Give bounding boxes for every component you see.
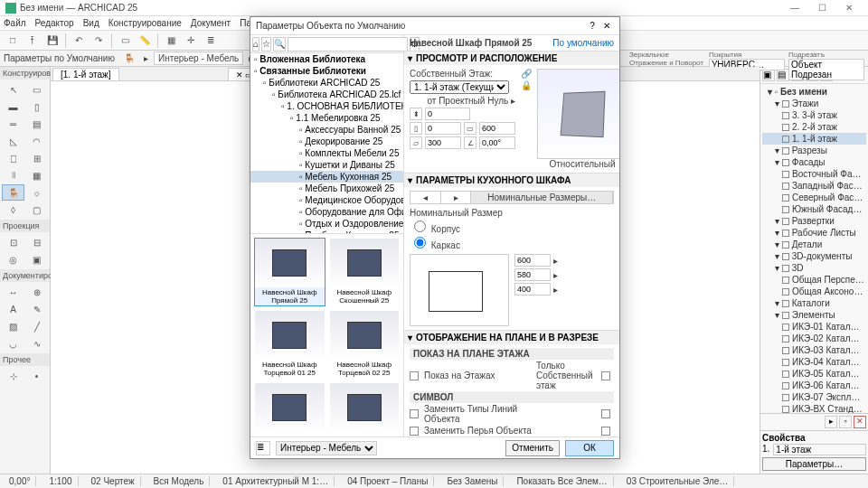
tree-item[interactable]: Южный Фасад (Автоматически Пер (762, 203, 866, 215)
new-icon[interactable]: □ (4, 33, 22, 49)
save-icon[interactable]: 💾 (43, 33, 61, 49)
nav-copy-button[interactable]: ▫ (839, 416, 852, 428)
tree-group[interactable]: ▾ Рабочие Листы (762, 227, 866, 239)
library-tree-item[interactable]: ▫ Медицинское Оборудование 25 (250, 194, 403, 206)
section-tool[interactable]: ⊡ (2, 234, 24, 250)
menu-design[interactable]: Конструирование (108, 18, 182, 28)
scale-slot[interactable]: 1:100 (43, 476, 78, 486)
tree-group[interactable]: ▾ Развертки (762, 215, 866, 227)
fill-tool[interactable]: ▨ (2, 318, 24, 334)
properties-button[interactable]: Параметры… (762, 457, 866, 471)
radio-frame[interactable]: Каркас (410, 240, 460, 250)
crop-field[interactable]: Объект Подрезан (788, 59, 864, 80)
library-tree-item[interactable]: ▫ Отдых и Оздоровление 25 (250, 218, 403, 230)
dim-w-input[interactable] (514, 254, 551, 267)
library-tree-item[interactable]: ▫ Связанные Библиотеки (250, 65, 403, 77)
z-input[interactable] (425, 108, 470, 120)
grid-icon[interactable]: ▦ (162, 33, 180, 49)
tree-item[interactable]: ИКЭ-ВХ Стандартный Каталог BIM (762, 403, 866, 413)
penset-slot[interactable]: 02 Чертеж (86, 476, 141, 486)
angle-input[interactable] (479, 136, 515, 149)
radio-body[interactable]: Корпус (410, 224, 460, 234)
slab-tool[interactable]: ▤ (25, 116, 48, 132)
minimize-button[interactable]: — (781, 3, 808, 13)
layer-field[interactable]: Интерьер - Мебель (154, 52, 243, 65)
show-slot[interactable]: Показать Все Элем… (511, 476, 613, 486)
library-tree-item[interactable]: ▫ Библиотека ARCHICAD 25.lcf (250, 89, 403, 100)
param-next-tab[interactable]: ▸ (441, 192, 472, 203)
param-tab-nominal[interactable]: Номинальные Размеры… (471, 192, 613, 203)
menu-edit[interactable]: Редактор (35, 18, 74, 28)
tree-group[interactable]: ▾ Фасады (762, 156, 866, 168)
measure-icon[interactable]: 📏 (136, 33, 154, 49)
dimension-tool[interactable]: ↔ (2, 284, 24, 300)
detail-tool[interactable]: ◎ (2, 251, 24, 267)
menu-view[interactable]: Вид (83, 18, 99, 28)
wall-tool[interactable]: ▬ (2, 99, 24, 115)
layers-icon[interactable]: ≣ (202, 33, 220, 49)
menu-file[interactable]: Файл (4, 18, 26, 28)
morph-tool[interactable]: ◊ (2, 202, 24, 218)
preview-3d[interactable] (537, 69, 619, 159)
library-thumbnail[interactable]: Навесной Шкаф Прямой 25 (254, 238, 326, 306)
angle-slot[interactable]: 0,00° (4, 476, 36, 486)
nav-delete-button[interactable]: ✕ (854, 416, 866, 428)
tree-item[interactable]: ИКЭ-06 Каталог Элементов (762, 380, 866, 391)
select-icon[interactable]: ▭ (116, 33, 134, 49)
search-icon[interactable]: 🔍 (273, 37, 286, 52)
section-preview-header[interactable]: ПРОСМОТР И РАСПОЛОЖЕНИЕ (416, 53, 557, 63)
library-tree[interactable]: ▫ Вложенная Библиотека▫ Связанные Библио… (250, 53, 403, 234)
elevation-tool[interactable]: ⊟ (25, 234, 48, 250)
library-tree-item[interactable]: ▫ Оборудование для Офиса 25 (250, 206, 403, 218)
library-tree-item[interactable]: ▫ Аксессуары Ванной 25 (250, 124, 403, 136)
param-prev-tab[interactable]: ◂ (410, 192, 441, 203)
ok-button[interactable]: ОК (565, 440, 614, 456)
mesh-tool[interactable]: ▦ (25, 167, 48, 183)
lock-icon[interactable]: 🔒 (521, 80, 532, 90)
library-thumbnail[interactable] (329, 382, 401, 435)
library-thumbnail[interactable]: Навесной Шкаф Скошенный 25 (329, 238, 401, 306)
tree-group[interactable]: ▾ Элементы (762, 309, 866, 321)
open-icon[interactable]: ⭱ (24, 33, 42, 49)
story-field[interactable]: 1-й этаж (773, 444, 866, 455)
layer-icon[interactable]: ≣ (256, 441, 270, 455)
level-tool[interactable]: ⊕ (25, 284, 48, 300)
library-tree-item[interactable]: ▫ 1.1 Мебелировка 25 (250, 112, 403, 124)
library-tree-item[interactable]: ▫ Комплекты Мебели 25 (250, 147, 403, 159)
object-tool[interactable]: 🪑 (2, 184, 24, 201)
tree-item[interactable]: ИКЭ-01 Каталог Стен (762, 321, 866, 333)
project-slot[interactable]: 04 Проект – Планы (342, 476, 434, 486)
undo-icon[interactable]: ↶ (70, 33, 88, 49)
tree-item[interactable]: 2. 2-й этаж (762, 121, 866, 133)
library-tree-item[interactable]: ▫ Библиотеки ARCHICAD 25 (250, 77, 403, 89)
door-tool[interactable]: ⎕ (2, 150, 24, 166)
worksheet-tool[interactable]: ▣ (25, 251, 48, 267)
zone-tool[interactable]: ▢ (25, 202, 48, 218)
nav-project-icon[interactable]: ▣ (762, 69, 775, 81)
line-tool[interactable]: ╱ (25, 318, 48, 334)
tree-item[interactable]: Общая Аксонометрия (762, 286, 866, 297)
library-thumbnail[interactable]: Навесной Шкаф Торцевой 01 25 (254, 310, 326, 379)
dim-d-input[interactable] (514, 283, 551, 296)
tree-group[interactable]: ▾ Этажи (762, 98, 866, 109)
tree-item[interactable]: 1. 1-й этаж (762, 133, 866, 145)
tree-group[interactable]: ▾ 3D-документы (762, 250, 866, 262)
library-tree-item[interactable]: ▫ Кушетки и Диваны 25 (250, 159, 403, 171)
dialog-help-button[interactable]: ? (585, 21, 599, 31)
tree-item[interactable]: ИКЭ-05 Каталог Объектов (762, 368, 866, 380)
text-tool[interactable]: A (2, 301, 24, 317)
tree-item[interactable]: ИКЭ-03 Каталог Дверей (762, 344, 866, 356)
tree-group[interactable]: ▾ Детали (762, 239, 866, 250)
roof-tool[interactable]: ◺ (2, 133, 24, 149)
tree-item[interactable]: Общая Перспектива (762, 274, 866, 286)
tree-item[interactable]: ИКЭ-04 Каталог Окон (762, 356, 866, 368)
tree-item[interactable]: Восточный Фасад (Автоматически П (762, 168, 866, 180)
tree-group[interactable]: ▾ Разрезы (762, 145, 866, 156)
hotspot-tool[interactable]: • (25, 368, 48, 384)
section-plan-header[interactable]: ОТОБРАЖЕНИЕ НА ПЛАНЕ И В РАЗРЕЗЕ (416, 333, 599, 343)
tree-item[interactable]: ИКЭ-02 Каталог Всех Проемов (762, 333, 866, 344)
favorite-icon[interactable]: ☆ (261, 37, 271, 52)
navigator-tree[interactable]: ▾ ▫ Без имени▾ Этажи3. 3-й этаж2. 2-й эт… (760, 84, 868, 413)
arc-tool[interactable]: ◡ (2, 335, 24, 352)
plan-row[interactable]: Заменить Типы Линий Объекта (410, 403, 614, 425)
